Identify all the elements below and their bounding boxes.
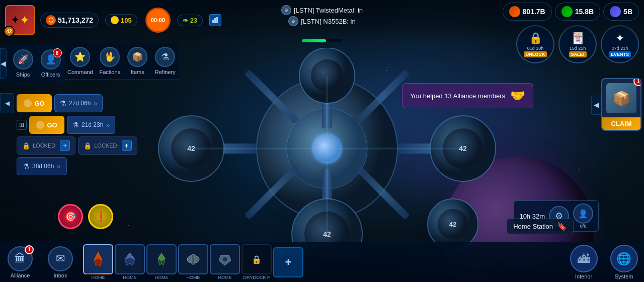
ship-slot-home-2[interactable]: HOME (115, 244, 145, 280)
bar-chart-svg (212, 17, 219, 24)
ship-svg-3 (152, 250, 171, 268)
nav-item-ships[interactable]: 🚀 Ships (9, 45, 37, 82)
inbox-nav-label: Inbox (54, 272, 67, 278)
refinery-label: Refinery (155, 69, 176, 75)
ship-svg-4 (184, 250, 202, 268)
claim-label: CLAIM (602, 117, 640, 130)
nav-item-factions[interactable]: 🖖 Factions (96, 43, 124, 79)
person-btn-container: 👤 0/6 (573, 203, 593, 229)
time-button-1[interactable]: ⚗ 27d 06h » (54, 94, 103, 112)
target-circle-btn[interactable]: 🎯 (58, 204, 83, 229)
player-avatar[interactable]: ✦ 42 (5, 5, 35, 35)
dilithium-big-value: 5B (623, 8, 632, 16)
energy-icon: ❧ (183, 17, 188, 24)
plus-btn-2[interactable]: + (122, 140, 132, 151)
warning-circle-btn[interactable]: ❗ (88, 204, 113, 229)
nav-item-command[interactable]: ⭐ Command (64, 43, 96, 79)
locked-btn-1[interactable]: 🔒 LOCKED + (17, 136, 75, 155)
right-nav-btns-2: 🌐 System (604, 242, 644, 282)
factions-icon: 🖖 (100, 47, 120, 67)
alliance-msg-line-2: ⊕ [LSTN] N3552B: in (288, 16, 355, 26)
flask-icon-large: ⚗ (23, 162, 30, 170)
station-area: 42 42 42 42 (151, 40, 503, 267)
tritanium-big-value: 15.8B (575, 8, 594, 16)
system-nav-btn[interactable]: 🌐 System (606, 245, 641, 279)
ship-slot-add[interactable]: + (273, 247, 303, 277)
home-station-label[interactable]: Home Station 🔖 (507, 219, 574, 234)
time-value-2: 21d 23h (82, 121, 103, 128)
handshake-icon: 🤝 (510, 89, 525, 103)
officers-label: Officers (41, 72, 60, 78)
ship-slot-home-1[interactable]: HOME (83, 244, 113, 280)
nav-prev-arrow[interactable]: ◀ (0, 48, 7, 79)
alliance-icon-2: ⊕ (288, 16, 298, 26)
ship-health-bar (86, 273, 111, 274)
tritanium-big[interactable]: 15.8B (555, 3, 600, 21)
left-nav: ◀ 🚀 Ships 👤 8 Officers (0, 43, 65, 84)
svg-text:42: 42 (449, 221, 456, 228)
ship-slot-home-3[interactable]: HOME (146, 244, 177, 280)
panel-row-3: 🔒 LOCKED + 🔒 LOCKED + (0, 136, 141, 155)
arrow-right-large: » (56, 162, 60, 170)
alliance-msg-text-1: [LSTN] TwistedMetal: in (294, 7, 363, 14)
stats-icon[interactable] (209, 14, 221, 26)
parsteel-value: 51,713,272 (58, 16, 93, 24)
interior-nav-icon: 🏙 (570, 245, 598, 272)
go-button-1[interactable]: GO (17, 94, 52, 112)
ship-slot-home-5[interactable]: HOME (210, 244, 240, 280)
ship-slot-drydock[interactable]: 🔒 DRYDOCK F (242, 244, 272, 280)
parsteel-big[interactable]: 801.7B (503, 3, 552, 21)
ship-slot-icon-3 (146, 244, 177, 274)
avatar-icon: ✦ (11, 14, 20, 27)
coins-display[interactable]: 105 (105, 14, 137, 26)
parsteel-resource[interactable]: ⬡ 51,713,272 (40, 13, 99, 28)
nav-item-officers[interactable]: 👤 8 Officers (37, 45, 64, 82)
nav-item-refinery[interactable]: ⚗ Refinery (151, 43, 179, 79)
plus-btn-1[interactable]: + (60, 140, 70, 151)
locked-btn-2[interactable]: 🔒 LOCKED + (78, 136, 137, 155)
alliance-helped-banner[interactable]: You helped 13 Alliance members 🤝 (402, 83, 533, 108)
inbox-nav-btn[interactable]: ✉ Inbox (40, 244, 80, 281)
system-nav-label: System (615, 273, 633, 279)
time-button-2[interactable]: ⚗ 21d 23h » (67, 116, 115, 134)
time-button-large[interactable]: ⚗ 38d 06h » (17, 157, 67, 175)
energy-display[interactable]: ❧ 23 (177, 15, 203, 26)
factions-label: Factions (99, 69, 120, 75)
panel-arrow-1[interactable]: ◀ (0, 93, 14, 113)
events-time: 07d 21h (612, 46, 628, 51)
ship-slot-home-4[interactable]: HOME (178, 244, 208, 280)
panel-row-2: ⊞ GO ⚗ 21d 23h » (0, 116, 141, 134)
locked-label-2: LOCKED (94, 143, 117, 149)
timer-display[interactable]: 00:00 (145, 8, 171, 33)
system-nav-icon: 🌐 (610, 245, 638, 272)
panel-expand-icon: ⊞ (17, 120, 27, 130)
parsteel-big-icon (509, 6, 520, 17)
parsteel-big-value: 801.7B (523, 8, 545, 16)
dilithium-big[interactable]: 5B (603, 3, 639, 21)
alliance-msg-line-1: ⊕ [LSTN] TwistedMetal: in (281, 5, 363, 15)
action-circles: 🎯 ❗ (58, 204, 113, 229)
nav-item-items[interactable]: 📦 Items (124, 43, 151, 79)
nav-items-container: 🚀 Ships 👤 8 Officers (7, 43, 67, 84)
arrow-right-2: » (106, 121, 110, 129)
go-button-2[interactable]: GO (29, 116, 64, 134)
sale-time: 15d 21h (570, 46, 586, 51)
time-value-1: 27d 06h (69, 100, 91, 107)
alliance-nav-label: Alliance (11, 272, 30, 278)
drydock-label: DRYDOCK F (244, 275, 270, 280)
alliance-msg-text-2: [LSTN] N3552B: in (301, 18, 355, 25)
person-button[interactable]: 👤 (573, 203, 593, 224)
ship-slot-label-1: HOME (92, 275, 105, 280)
dilithium-big-icon (610, 6, 621, 17)
ship-svg-5 (216, 250, 234, 268)
interior-nav-btn[interactable]: 🏙 Interior (566, 245, 601, 279)
claim-arrow-left[interactable]: ◀ (591, 95, 601, 115)
ship-slot-label-4: HOME (187, 275, 200, 280)
claim-box[interactable]: 1 📦 CLAIM (601, 78, 641, 131)
command-icon: ⭐ (70, 47, 90, 67)
panel-row-1: ◀ GO ⚗ 27d 06h » (0, 93, 141, 113)
expand-icon[interactable]: ⊞ (17, 120, 27, 130)
command-label: Command (67, 69, 93, 75)
progress-bar-fill (302, 39, 326, 42)
alliance-nav-btn[interactable]: 🏛 1 Alliance (0, 244, 40, 281)
